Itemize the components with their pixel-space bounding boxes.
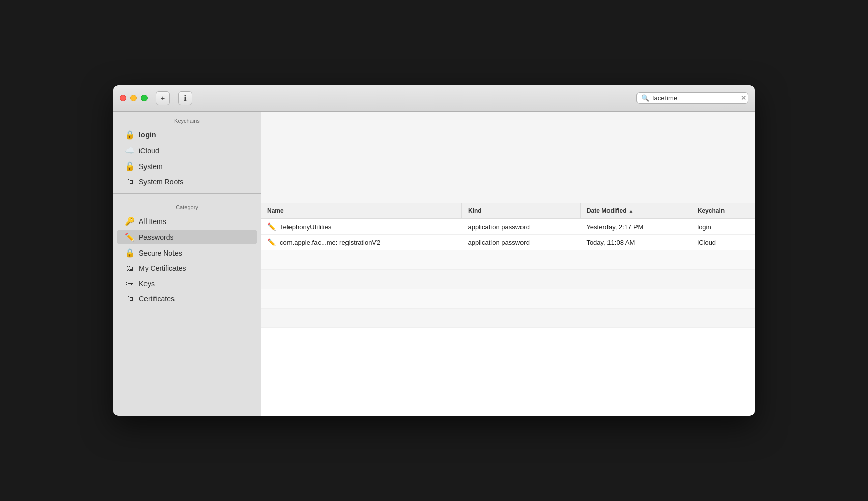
sidebar-item-certificates[interactable]: 🗂 Certificates <box>117 292 257 306</box>
traffic-lights <box>120 95 148 101</box>
maximize-button[interactable] <box>141 95 148 101</box>
empty-row <box>261 289 755 309</box>
cell-name: ✏️ TelephonyUtilities <box>261 219 461 235</box>
search-container: 🔍 ✕ <box>636 92 748 104</box>
row-key-icon: ✏️ <box>267 222 276 231</box>
search-icon: 🔍 <box>641 94 649 102</box>
sidebar-item-passwords[interactable]: ✏️ Passwords <box>117 230 257 244</box>
col-header-keychain[interactable]: Keychain <box>691 203 755 219</box>
keys-icon: 🗝 <box>125 279 135 288</box>
sidebar-item-system[interactable]: 🔓 System <box>117 159 257 174</box>
row-key-icon: ✏️ <box>267 238 276 246</box>
icloud-icon: ☁️ <box>125 146 135 155</box>
cell-name: ✏️ com.apple.fac...me: registrationV2 <box>261 235 461 250</box>
col-header-kind[interactable]: Kind <box>461 203 580 219</box>
add-button[interactable]: + <box>156 91 170 105</box>
sidebar-item-all-items-label: All Items <box>139 217 166 226</box>
sidebar-divider <box>113 193 261 194</box>
keychain-access-window: + ℹ 🔍 ✕ Keychains 🔒 login ☁️ iCloud 🔓 Sy… <box>113 85 755 416</box>
search-clear-button[interactable]: ✕ <box>741 94 746 102</box>
sidebar-item-system-roots[interactable]: 🗂 System Roots <box>117 175 257 189</box>
table-row[interactable]: ✏️ TelephonyUtilities application passwo… <box>261 219 755 235</box>
certificates-icon: 🗂 <box>125 294 135 303</box>
results-table: Name Kind Date Modified <box>261 203 755 328</box>
sidebar-item-passwords-label: Passwords <box>139 233 173 241</box>
sidebar-item-certificates-label: Certificates <box>139 295 175 303</box>
main-area: Keychains 🔒 login ☁️ iCloud 🔓 System 🗂 S… <box>113 112 755 416</box>
info-button[interactable]: ℹ <box>178 91 192 105</box>
cell-date-modified: Yesterday, 2:17 PM <box>580 219 691 235</box>
system-lock-icon: 🔓 <box>125 161 135 171</box>
col-header-name[interactable]: Name <box>261 203 461 219</box>
empty-row <box>261 309 755 328</box>
sidebar-item-my-certificates-label: My Certificates <box>139 264 186 272</box>
empty-row <box>261 270 755 289</box>
sidebar-item-all-items[interactable]: 🔑 All Items <box>117 214 257 229</box>
passwords-icon: ✏️ <box>125 232 135 242</box>
all-items-icon: 🔑 <box>125 216 135 226</box>
titlebar: + ℹ 🔍 ✕ <box>113 85 755 112</box>
category-header: Category <box>113 198 261 213</box>
sidebar-item-icloud-label: iCloud <box>139 147 159 155</box>
cell-date-modified: Today, 11:08 AM <box>580 235 691 250</box>
cell-kind: application password <box>461 219 580 235</box>
col-header-date-modified[interactable]: Date Modified ▲ <box>580 203 691 219</box>
sidebar-item-keys-label: Keys <box>139 280 155 288</box>
sidebar-item-login-label: login <box>139 131 156 139</box>
sidebar-item-keys[interactable]: 🗝 Keys <box>117 276 257 291</box>
close-button[interactable] <box>120 95 126 101</box>
sidebar-item-system-roots-label: System Roots <box>139 178 183 186</box>
sidebar-item-icloud[interactable]: ☁️ iCloud <box>117 143 257 158</box>
content-area: Name Kind Date Modified <box>261 112 755 416</box>
table-row[interactable]: ✏️ com.apple.fac...me: registrationV2 ap… <box>261 235 755 250</box>
sidebar-item-login[interactable]: 🔒 login <box>117 127 257 142</box>
table-container: Name Kind Date Modified <box>261 203 755 416</box>
search-input[interactable] <box>652 94 738 102</box>
empty-row <box>261 250 755 270</box>
sidebar: Keychains 🔒 login ☁️ iCloud 🔓 System 🗂 S… <box>113 112 261 416</box>
content-top-preview <box>261 112 755 203</box>
system-roots-icon: 🗂 <box>125 177 135 186</box>
cell-keychain: login <box>691 219 755 235</box>
sidebar-item-secure-notes-label: Secure Notes <box>139 249 182 257</box>
keychains-header: Keychains <box>113 112 261 127</box>
table-header-row: Name Kind Date Modified <box>261 203 755 219</box>
secure-notes-icon: 🔒 <box>125 248 135 258</box>
sidebar-item-my-certificates[interactable]: 🗂 My Certificates <box>117 261 257 275</box>
minimize-button[interactable] <box>130 95 137 101</box>
cell-kind: application password <box>461 235 580 250</box>
sort-arrow-icon: ▲ <box>629 208 634 214</box>
login-lock-icon: 🔒 <box>125 130 135 140</box>
sidebar-item-secure-notes[interactable]: 🔒 Secure Notes <box>117 245 257 260</box>
cell-keychain: iCloud <box>691 235 755 250</box>
sidebar-item-system-label: System <box>139 162 163 171</box>
my-certificates-icon: 🗂 <box>125 264 135 273</box>
